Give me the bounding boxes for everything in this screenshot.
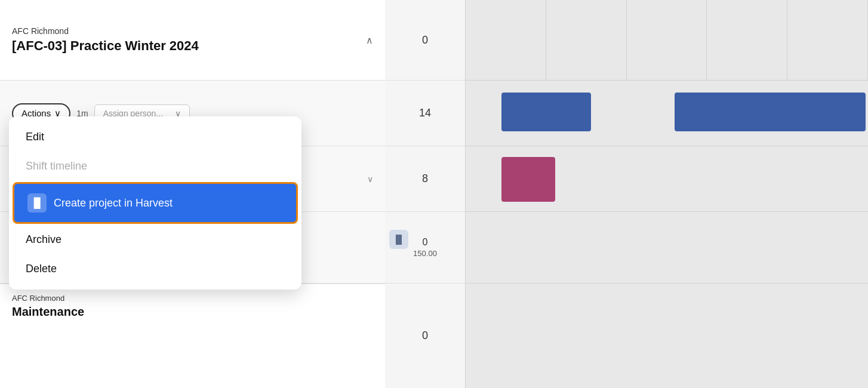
create-harvest-label: Create project in Harvest [54, 197, 173, 210]
row-count-3: 8 [385, 146, 466, 212]
row-count-bottom: 0 [385, 284, 466, 388]
grid-row-bottom [466, 284, 868, 388]
delete-label: Delete [26, 263, 57, 275]
row-count-1: 0 [385, 0, 466, 81]
grid-row1 [466, 0, 868, 81]
harvest-icon-row4: ▐▌ [389, 230, 408, 249]
grid-cell-r1c4 [707, 0, 787, 80]
main-container: AFC Richmond [AFC-03] Practice Winter 20… [0, 0, 868, 388]
row-count-2: 14 [385, 81, 466, 146]
collapse-icon[interactable]: ∧ [366, 35, 373, 46]
actions-dropdown-menu: Edit Shift timeline ▐▌ Create project in… [9, 116, 301, 290]
grid-cell-r1c1 [466, 0, 546, 80]
menu-item-create-harvest[interactable]: ▐▌ Create project in Harvest [13, 182, 298, 224]
grid-cell-r1c2 [546, 0, 627, 80]
edit-label: Edit [26, 131, 44, 143]
bottom-project-name: Maintenance [12, 305, 373, 319]
menu-item-archive[interactable]: Archive [9, 225, 301, 254]
grid-cell-r1c3 [627, 0, 707, 80]
menu-item-shift-timeline: Shift timeline [9, 152, 301, 181]
bottom-client: AFC Richmond [12, 294, 373, 303]
timeline-bar-pink [501, 157, 555, 202]
menu-item-delete[interactable]: Delete [9, 254, 301, 284]
project-name: [AFC-03] Practice Winter 2024 [12, 38, 373, 54]
timeline-bar-blue-2 [675, 93, 866, 131]
menu-item-edit[interactable]: Edit [9, 122, 301, 152]
harvest-menu-icon: ▐▌ [27, 193, 47, 213]
shift-timeline-label: Shift timeline [26, 160, 87, 173]
bottom-project-row: AFC Richmond Maintenance [0, 284, 385, 388]
timeline-bar-blue-1 [501, 93, 591, 131]
archive-label: Archive [26, 233, 61, 246]
grid-row4 [466, 212, 868, 284]
project-client: AFC Richmond [12, 26, 373, 36]
project-header-row: AFC Richmond [AFC-03] Practice Winter 20… [0, 0, 385, 81]
row3-chevron-icon[interactable]: ∨ [367, 174, 373, 184]
grid-cell-r1c5 [787, 0, 868, 80]
